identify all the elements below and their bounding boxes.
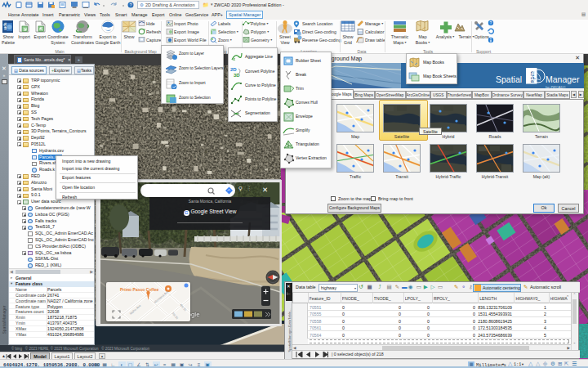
svg-text:?: ? xyxy=(489,20,492,25)
svg-text:Manager: Manager xyxy=(546,74,580,84)
svg-text:?: ? xyxy=(130,2,132,7)
svg-text:2D: 2D xyxy=(230,67,237,72)
svg-text:Spatial: Spatial xyxy=(496,74,522,84)
svg-text:Primo Passo Coffee: Primo Passo Coffee xyxy=(120,287,158,292)
svg-text:7th St: 7th St xyxy=(171,312,179,321)
svg-text:© bing © 2023 HERE, © 2023 M: © bing © 2023 HERE, © 2023 Microsoft Cor… xyxy=(11,346,150,351)
